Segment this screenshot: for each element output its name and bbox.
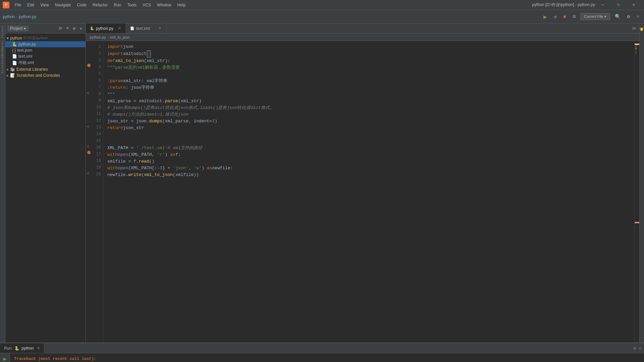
search-icon[interactable]: 🔍 [613, 12, 623, 21]
bookmarks-tab[interactable]: Bookmarks [0, 40, 5, 57]
menu-help[interactable]: Help [175, 2, 189, 8]
right-editor-gutter: ▲ 1 ✓ 1 [635, 41, 639, 343]
run-label: Run: [4, 346, 12, 351]
breakpoint-marker-13[interactable]: ◁ [87, 144, 89, 148]
library-icon: 📚 [10, 67, 15, 72]
run-tab-icon: 🐍 [14, 346, 19, 351]
run-settings-icon[interactable]: ⚙ [633, 346, 636, 351]
ok-badge: ✓ 1 [635, 47, 639, 54]
tab-python-py-close[interactable]: ✕ [117, 26, 122, 31]
code-line-4: """parse是的xml解析器，参数需要 [107, 64, 635, 71]
editor-tabs: 🐍 python.py ✕ 📄 text.xml ✕ ≫ [86, 23, 639, 34]
tree-item-text-xml-label: text.xml [18, 54, 32, 59]
folder-scratches-icon: ▸ [7, 73, 9, 78]
menu-file[interactable]: File [12, 2, 24, 8]
menu-run[interactable]: Run [111, 2, 124, 8]
settings-panel-icon[interactable]: ⚙ [71, 25, 77, 32]
run-content: ▶ ↑ ■ 📌 ⏎ 🗑 Traceback (most recent call … [0, 353, 644, 362]
breakpoint-gutter: ◁ ◁ ◁ ◁ [86, 41, 93, 343]
run-play-btn[interactable]: ▶ [2, 355, 8, 362]
tree-root-label: python [10, 36, 22, 41]
stop-button[interactable]: ■ [561, 13, 568, 21]
tree-item-external-libs[interactable]: ▸ 📚 External Libraries [5, 66, 86, 72]
menu-tools[interactable]: Tools [124, 2, 139, 8]
collapse-icon[interactable]: ≡ [65, 25, 70, 32]
run-button[interactable]: ▶ [541, 12, 549, 22]
structure-tab[interactable]: Structure [0, 57, 5, 74]
git-icon[interactable]: ⑂ [635, 13, 641, 21]
close-button[interactable]: ✕ [626, 0, 641, 10]
code-line-10: # json库dumps()是将dict转化成json格式,loads()是将j… [107, 105, 635, 111]
error-mark-1 [635, 222, 639, 223]
code-line-19: with open(XML_PATH[:-3] + 'json', 'w') a… [107, 165, 635, 172]
run-close-icon[interactable]: ✕ [639, 346, 641, 351]
run-tab-name: python [21, 346, 34, 351]
close-panel-icon[interactable]: ✕ [78, 25, 84, 32]
code-line-20: newfile.write(xml_to_json(xmlfile)) [107, 172, 635, 178]
menu-code[interactable]: Code [74, 2, 89, 8]
code-editor[interactable]: ◁ ◁ ◁ ◁ 12345 678910 1112131415 16171819… [86, 41, 639, 343]
run-output: Traceback (most recent call last): File … [10, 353, 644, 362]
project-tab[interactable]: Project [0, 23, 5, 40]
window-controls: — ❐ ✕ [595, 0, 641, 10]
minimize-button[interactable]: — [595, 0, 610, 10]
run-side-buttons: ▶ ↑ ■ 📌 ⏎ 🗑 [0, 353, 10, 362]
breadcrumb-func[interactable]: xml_to_json [110, 35, 129, 39]
breakpoint-17[interactable] [87, 151, 91, 154]
titlebar: P File Edit View Navigate Code Refactor … [0, 0, 644, 10]
maximize-button[interactable]: ❐ [610, 0, 626, 10]
tree-item-text-xml[interactable]: 📄 text.xml [5, 53, 86, 59]
tree-item-books-xml[interactable]: 📄 书籍.xml [5, 59, 86, 66]
code-line-16: XML_PATH = './text.xml' # xml文件的路径 [107, 145, 635, 152]
menu-bar: File Edit View Navigate Code Refactor Ru… [12, 2, 532, 8]
line-numbers: 12345 678910 1112131415 1617181920 [93, 41, 103, 343]
traceback-header: Traceback (most recent call last): [14, 356, 640, 362]
breadcrumb-file[interactable]: python.py [90, 35, 106, 39]
menu-view[interactable]: View [38, 2, 52, 8]
tab-python-py[interactable]: 🐍 python.py ✕ [86, 23, 126, 33]
breakpoint-4[interactable] [87, 64, 91, 67]
coverage-button[interactable]: ⊡ [571, 12, 578, 21]
tab-text-xml-label: text.xml [136, 26, 150, 31]
sync-icon[interactable]: ⟳ [57, 25, 64, 32]
code-content[interactable]: import json import xmltodict def xml_to_… [103, 41, 635, 343]
menu-navigate[interactable]: Navigate [52, 2, 73, 8]
toolbar-project-python: python [3, 14, 15, 19]
tree-item-python-py[interactable]: 🐍 python.py [5, 41, 86, 47]
tabs-spacer [166, 23, 629, 33]
code-line-7: :return: json字符串 [107, 84, 635, 91]
run-tab-python[interactable]: Run: 🐍 python ✕ [0, 343, 44, 353]
main-toolbar: python › python.py ▶ ↺ ■ ⊡ Current File … [0, 10, 644, 23]
toolbar-right: ▶ ↺ ■ ⊡ Current File ▾ 🔍 ⚙ ⑂ [541, 12, 641, 22]
code-line-8: """ [107, 91, 635, 98]
run-panel-tabs: Run: 🐍 python ✕ ⚙ ✕ [0, 343, 644, 353]
run-tab-close[interactable]: ✕ [37, 346, 40, 350]
tab-text-xml[interactable]: 📄 text.xml ✕ [126, 23, 166, 33]
breakpoint-marker-20[interactable]: ◁ [87, 171, 89, 175]
menu-edit[interactable]: Edit [24, 2, 37, 8]
rerun-button[interactable]: ↺ [552, 12, 558, 21]
json-file-icon: { } [12, 48, 16, 53]
menu-window[interactable]: Window [154, 2, 174, 8]
folder-collapsed-icon: ▸ [7, 67, 9, 72]
project-dropdown-button[interactable]: Project ▾ [7, 25, 29, 32]
project-tree: ▾ python D:\作业\python 🐍 python.py { } te… [5, 34, 86, 343]
tree-item-scratches[interactable]: ▸ 📝 Scratches and Consoles [5, 72, 86, 78]
notifications-icon[interactable]: 🔔 [640, 27, 644, 32]
settings-icon[interactable]: ⚙ [625, 12, 632, 21]
tree-item-books-xml-label: 书籍.xml [18, 60, 34, 66]
menu-vcs[interactable]: VCS [140, 2, 154, 8]
tree-scratches-label: Scratches and Consoles [16, 73, 60, 78]
outer-left-panel: Project Bookmarks Structure [0, 23, 5, 343]
py-file-icon: 🐍 [12, 42, 17, 47]
breakpoint-marker-11[interactable]: ◁ [87, 124, 89, 128]
tabs-overflow-icon[interactable]: ≫ [632, 25, 637, 31]
menu-refactor[interactable]: Refactor [90, 2, 110, 8]
folder-open-icon: ▾ [7, 36, 9, 41]
tree-item-text-json[interactable]: { } text.json [5, 47, 86, 53]
code-line-9: xml_parse = xmltodict.parse(xml_str) [107, 98, 635, 105]
tab-text-xml-close[interactable]: ✕ [158, 26, 162, 31]
current-file-dropdown[interactable]: Current File ▾ [580, 13, 610, 20]
breakpoint-marker-8[interactable]: ◁ [87, 90, 89, 95]
tree-root-python[interactable]: ▾ python D:\作业\python [5, 35, 86, 41]
